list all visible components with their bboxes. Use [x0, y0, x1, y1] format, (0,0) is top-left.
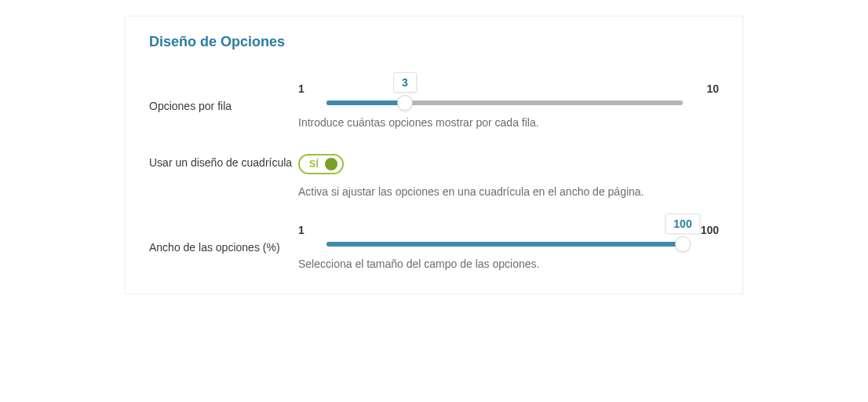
- slider-value-bubble: 100: [665, 214, 700, 234]
- slider-min-label: 1: [298, 224, 317, 236]
- slider-max-label: 10: [692, 82, 719, 95]
- help-options-width: Selecciona el tamaño del campo de las op…: [298, 258, 719, 270]
- slider-handle[interactable]: [397, 95, 413, 111]
- help-grid-layout: Activa si ajustar las opciones en una cu…: [298, 185, 719, 198]
- row-grid-layout: Usar un diseño de cuadrícula SÍ Activa s…: [149, 154, 719, 198]
- toggle-knob-icon: [325, 158, 337, 170]
- slider-fill: [326, 242, 683, 247]
- section-title: Diseño de Opciones: [149, 34, 719, 50]
- toggle-grid-layout[interactable]: SÍ: [298, 154, 344, 174]
- slider-options-width[interactable]: 1 100 100: [298, 214, 719, 247]
- slider-fill: [326, 100, 405, 105]
- options-design-panel: Diseño de Opciones Opciones por fila 1 3…: [125, 16, 743, 294]
- slider-track[interactable]: [326, 242, 683, 247]
- label-options-width: Ancho de las opciones (%): [149, 214, 298, 255]
- label-grid-layout: Usar un diseño de cuadrícula: [149, 154, 298, 170]
- row-options-width: Ancho de las opciones (%) 1 100 100 Sele…: [149, 214, 719, 270]
- slider-value-bubble: 3: [393, 72, 417, 93]
- row-options-per-row: Opciones por fila 1 3 10 Introduce cuánt…: [149, 72, 719, 129]
- slider-min-label: 1: [298, 82, 317, 95]
- label-options-per-row: Opciones por fila: [149, 72, 298, 114]
- help-options-per-row: Introduce cuántas opciones mostrar por c…: [298, 116, 719, 129]
- slider-handle[interactable]: [675, 236, 691, 252]
- toggle-text: SÍ: [309, 159, 319, 170]
- slider-options-per-row[interactable]: 1 3 10: [298, 72, 719, 105]
- slider-track[interactable]: [326, 100, 683, 105]
